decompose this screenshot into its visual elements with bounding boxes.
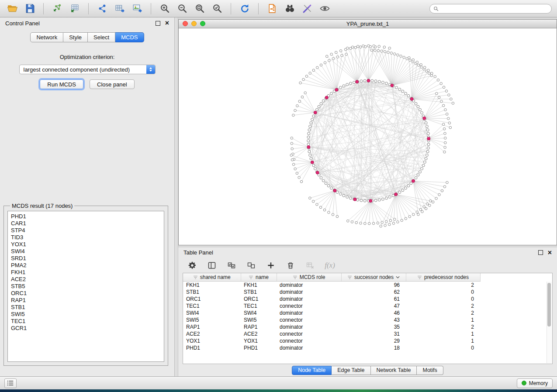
network-node[interactable] [308,132,310,135]
cell-name[interactable]: TEC1 [241,303,277,309]
network-dominator-node[interactable] [410,97,413,100]
network-leaf-node[interactable] [438,96,440,99]
network-node[interactable] [398,191,401,193]
network-dominator-node[interactable] [356,80,359,83]
column-header-successor-nodes[interactable]: successor nodes [341,273,406,282]
tab-node-table[interactable]: Node Table [292,366,332,375]
zoom-fit-button[interactable] [193,2,207,15]
share-document-button[interactable] [265,2,279,15]
column-header-name[interactable]: name [241,273,277,282]
cell-name[interactable]: PHD1 [241,344,277,351]
network-leaf-node[interactable] [438,193,441,196]
network-node[interactable] [330,92,332,95]
cell-name[interactable]: SWI4 [241,309,277,316]
network-leaf-node[interactable] [385,220,388,223]
network-leaf-node[interactable] [291,148,294,150]
network-leaf-node[interactable] [448,122,451,124]
cell-mcds-role[interactable]: connector [277,330,341,337]
network-node[interactable] [378,199,381,201]
network-leaf-node[interactable] [324,62,326,64]
mcds-result-item[interactable]: CAR1 [11,220,161,227]
birds-eye-view-button[interactable] [318,2,332,15]
cell-shared-name[interactable]: PHD1 [183,344,241,351]
network-node[interactable] [374,80,377,83]
network-leaf-node[interactable] [443,186,446,188]
network-leaf-node[interactable] [373,45,375,47]
network-leaf-node[interactable] [432,201,434,203]
network-node[interactable] [309,125,311,128]
mcds-result-item[interactable]: YOX1 [11,241,161,248]
network-leaf-node[interactable] [425,207,427,210]
network-node[interactable] [398,88,401,91]
network-leaf-node[interactable] [359,46,362,48]
network-node[interactable] [401,90,404,93]
cell-successor-nodes[interactable]: 43 [341,316,406,323]
network-canvas[interactable] [179,28,557,245]
network-leaf-node[interactable] [300,180,303,183]
cell-predecessor-nodes[interactable]: 2 [406,323,480,330]
maximize-window-icon[interactable] [200,21,205,26]
network-leaf-node[interactable] [362,45,365,47]
network-node[interactable] [307,139,310,142]
network-node[interactable] [363,79,366,82]
network-leaf-node[interactable] [434,76,436,78]
network-leaf-node[interactable] [444,137,446,140]
network-dominator-node[interactable] [369,199,372,203]
network-window-titlebar[interactable]: YPA_prune.txt_1 [179,20,557,28]
cell-name[interactable]: FKH1 [241,282,277,289]
network-leaf-node[interactable] [437,79,439,81]
cell-name[interactable]: RAP1 [241,323,277,330]
cell-successor-nodes[interactable]: 31 [341,330,406,337]
network-node[interactable] [423,161,426,163]
network-leaf-node[interactable] [312,200,315,203]
cell-successor-nodes[interactable]: 35 [341,323,406,330]
network-leaf-node[interactable] [397,54,399,56]
minimize-window-icon[interactable] [191,21,197,26]
network-node[interactable] [346,196,349,198]
cell-predecessor-nodes[interactable]: 0 [406,344,480,351]
network-leaf-node[interactable] [356,45,359,48]
vertical-scrollbar[interactable] [547,282,552,363]
panel-splitter[interactable] [175,17,178,376]
network-leaf-node[interactable] [296,105,299,107]
mcds-result-item[interactable]: STP4 [11,227,161,234]
network-node[interactable] [421,167,423,170]
network-leaf-node[interactable] [360,222,362,224]
network-leaf-node[interactable] [292,114,295,117]
network-leaf-node[interactable] [384,51,386,53]
cell-successor-nodes[interactable]: 18 [341,344,406,351]
network-leaf-node[interactable] [435,197,438,200]
network-node[interactable] [378,80,381,83]
network-leaf-node[interactable] [393,53,396,55]
table-settings-button[interactable] [187,260,197,271]
mcds-result-item[interactable]: RAP1 [11,297,161,304]
network-node[interactable] [325,182,327,185]
cell-name[interactable]: ORC1 [241,296,277,303]
cell-predecessor-nodes[interactable]: 0 [406,289,480,296]
float-table-panel-icon[interactable] [538,250,543,255]
cell-predecessor-nodes[interactable]: 2 [406,303,480,309]
cell-mcds-role[interactable]: dominator [277,296,341,303]
network-leaf-node[interactable] [309,72,311,75]
network-leaf-node[interactable] [431,72,433,75]
add-column-button[interactable] [266,260,276,271]
network-leaf-node[interactable] [355,221,358,224]
network-node[interactable] [426,154,428,156]
network-leaf-node[interactable] [336,56,339,58]
cell-shared-name[interactable]: ORC1 [183,296,241,303]
network-leaf-node[interactable] [445,90,448,93]
network-node[interactable] [360,199,363,202]
tab-network[interactable]: Network [30,32,63,42]
network-leaf-node[interactable] [394,218,396,221]
network-leaf-node[interactable] [417,64,420,67]
cell-successor-nodes[interactable]: 61 [341,296,406,303]
tab-motifs[interactable]: Motifs [417,366,443,375]
network-leaf-node[interactable] [401,219,403,222]
unselect-all-button[interactable] [246,260,256,271]
network-node[interactable] [316,108,318,111]
network-leaf-node[interactable] [417,213,420,216]
tab-edge-table[interactable]: Edge Table [332,366,370,375]
network-leaf-node[interactable] [442,104,445,107]
network-leaf-node[interactable] [392,222,395,225]
network-node[interactable] [336,191,339,193]
